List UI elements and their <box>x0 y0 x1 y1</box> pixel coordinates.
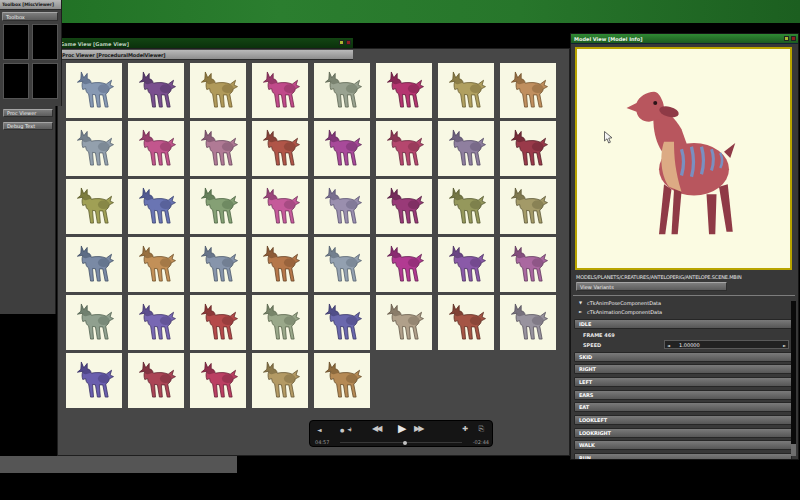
sidebar-item-proc-viewer[interactable]: Proc Viewer <box>3 109 53 117</box>
creature-variant-thumbnail[interactable] <box>500 121 556 176</box>
toolbox-titlebar[interactable]: Toolbox [MiscViewer] <box>0 0 61 10</box>
speed-spinner[interactable]: ◄ 1.00000 ► <box>664 340 789 349</box>
animation-walk[interactable]: WALK <box>574 440 792 450</box>
sidebar-item-debug-text[interactable]: Debug Text <box>3 122 53 130</box>
creature-variant-thumbnail[interactable] <box>438 121 494 176</box>
creature-variant-thumbnail[interactable] <box>314 353 370 408</box>
creature-variant-thumbnail[interactable] <box>190 295 246 350</box>
toolbox-slot[interactable] <box>32 24 58 60</box>
asset-path: MODELS/PLANETS/CREATURES/ANTELOPERIG/ANT… <box>576 274 794 280</box>
step-back-button[interactable]: ◄ <box>317 427 322 433</box>
animation-label: IDLE <box>579 321 591 327</box>
creature-variant-thumbnail[interactable] <box>190 63 246 118</box>
creature-variant-thumbnail[interactable] <box>376 295 432 350</box>
creature-variant-thumbnail[interactable] <box>66 295 122 350</box>
creature-variant-thumbnail[interactable] <box>66 353 122 408</box>
creature-variant-thumbnail[interactable] <box>66 237 122 292</box>
record-icon[interactable]: ● <box>340 428 344 433</box>
creature-variant-thumbnail[interactable] <box>438 295 494 350</box>
model-view-titlebar[interactable]: Model View [Model Info] <box>571 34 798 44</box>
collapsed-arrow-icon[interactable]: ► <box>579 309 584 314</box>
minimize-icon[interactable] <box>339 40 344 45</box>
creature-variant-thumbnail[interactable] <box>190 121 246 176</box>
rewind-button[interactable]: ◀◀ <box>372 425 380 433</box>
creature-variant-thumbnail[interactable] <box>252 237 308 292</box>
creature-variant-thumbnail[interactable] <box>314 121 370 176</box>
creature-variant-thumbnail[interactable] <box>66 121 122 176</box>
creature-variant-thumbnail[interactable] <box>500 237 556 292</box>
creature-variant-thumbnail[interactable] <box>314 179 370 234</box>
decrement-arrow-icon[interactable]: ◄ <box>667 343 670 348</box>
fit-icon[interactable]: ✚ <box>462 426 468 433</box>
toolbox-slots <box>3 24 58 99</box>
creature-variant-thumbnail[interactable] <box>438 237 494 292</box>
seek-slider[interactable] <box>340 442 462 443</box>
animation-eat[interactable]: EAT <box>574 402 792 412</box>
proc-viewer-titlebar[interactable]: Proc Viewer [ProceduralModelViewer] <box>60 50 353 60</box>
toolbox-slot[interactable] <box>32 63 58 99</box>
creature-variant-thumbnail[interactable] <box>66 63 122 118</box>
creature-variant-thumbnail[interactable] <box>252 179 308 234</box>
view-variants-button[interactable]: View Variants <box>576 282 727 291</box>
animation-ears[interactable]: EARS <box>574 390 792 400</box>
creature-variant-thumbnail[interactable] <box>190 353 246 408</box>
animation-idle[interactable]: IDLE <box>574 319 792 329</box>
toolbox-panel: Toolbox [MiscViewer] Toolbox <box>0 0 62 106</box>
speed-row: SPEED ◄ 1.00000 ► <box>574 340 792 352</box>
creature-variant-thumbnail[interactable] <box>438 179 494 234</box>
close-icon[interactable] <box>791 36 796 41</box>
minimize-icon[interactable] <box>784 36 789 41</box>
seek-handle[interactable] <box>403 441 407 445</box>
toolbox-button[interactable]: Toolbox <box>2 12 58 21</box>
creature-variant-thumbnail[interactable] <box>66 179 122 234</box>
toolbox-slot[interactable] <box>3 24 29 60</box>
creature-variant-thumbnail[interactable] <box>252 63 308 118</box>
creature-variant-thumbnail[interactable] <box>376 237 432 292</box>
component-label: cTkAnimPoseComponentData <box>587 300 661 306</box>
play-button[interactable]: ▶ <box>398 423 406 434</box>
creature-variant-thumbnail[interactable] <box>128 121 184 176</box>
component-ctkanimposecomponentdata[interactable]: ▼cTkAnimPoseComponentData <box>579 298 662 307</box>
creature-variant-thumbnail[interactable] <box>314 63 370 118</box>
toolbox-title: Toolbox [MiscViewer] <box>2 2 54 7</box>
volume-icon[interactable]: ◄) <box>347 427 351 432</box>
creature-variant-thumbnail[interactable] <box>128 237 184 292</box>
animation-run[interactable]: RUN <box>574 453 792 460</box>
creature-variant-thumbnail[interactable] <box>190 237 246 292</box>
creature-variant-thumbnail[interactable] <box>128 63 184 118</box>
creature-variant-thumbnail[interactable] <box>500 63 556 118</box>
creature-variant-thumbnail[interactable] <box>376 121 432 176</box>
fast-forward-button[interactable]: ▶▶ <box>414 425 422 433</box>
expanded-arrow-icon[interactable]: ▼ <box>579 300 584 305</box>
creature-variant-thumbnail[interactable] <box>128 353 184 408</box>
creature-variant-thumbnail[interactable] <box>376 63 432 118</box>
scrollbar-thumb[interactable] <box>791 444 796 456</box>
creature-variant-thumbnail[interactable] <box>314 237 370 292</box>
animation-lookleft[interactable]: LOOKLEFT <box>574 415 792 425</box>
desktop-taskbar <box>0 0 800 23</box>
creature-variant-thumbnail[interactable] <box>252 121 308 176</box>
creature-variant-thumbnail[interactable] <box>252 353 308 408</box>
creature-variant-thumbnail[interactable] <box>314 295 370 350</box>
creature-variant-thumbnail[interactable] <box>500 179 556 234</box>
creature-variant-thumbnail[interactable] <box>500 295 556 350</box>
creature-variant-thumbnail[interactable] <box>376 179 432 234</box>
model-viewport[interactable] <box>575 47 792 270</box>
component-ctkanimationcomponentdata[interactable]: ►cTkAnimationComponentData <box>579 307 662 316</box>
creature-variant-thumbnail[interactable] <box>128 179 184 234</box>
creature-variant-thumbnail[interactable] <box>128 295 184 350</box>
increment-arrow-icon[interactable]: ► <box>783 343 786 348</box>
animation-lookright[interactable]: LOOKRIGHT <box>574 428 792 438</box>
animation-skid[interactable]: SKID <box>574 352 792 362</box>
close-icon[interactable] <box>346 40 351 45</box>
creature-variant-thumbnail[interactable] <box>190 179 246 234</box>
toolbox-slot[interactable] <box>3 63 29 99</box>
creature-variant-thumbnail[interactable] <box>438 63 494 118</box>
creature-variant-thumbnail[interactable] <box>252 295 308 350</box>
export-icon[interactable]: ⎘ <box>478 426 484 433</box>
proc-viewer-window: Proc Viewer [ProceduralModelViewer] <box>57 48 570 456</box>
creature-model <box>609 63 759 258</box>
animation-right[interactable]: RIGHT <box>574 364 792 374</box>
scrollbar[interactable] <box>791 301 796 456</box>
animation-left[interactable]: LEFT <box>574 377 792 387</box>
